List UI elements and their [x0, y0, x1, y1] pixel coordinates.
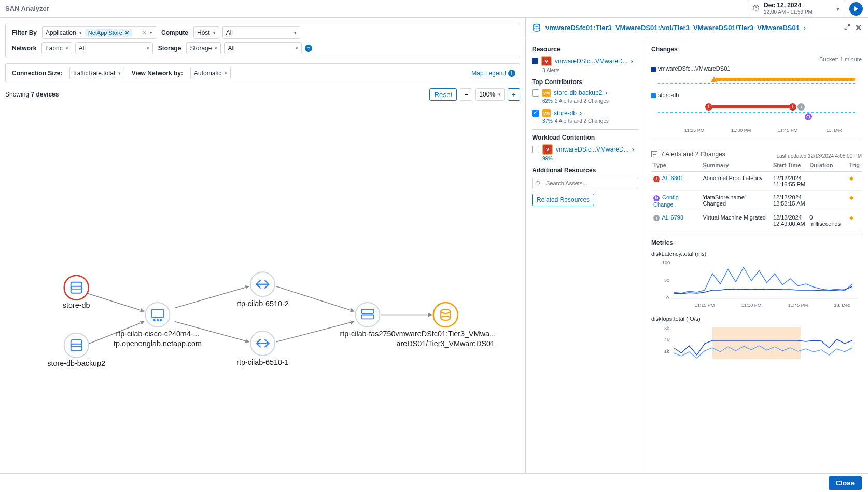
storage-type-select[interactable]: Storage▾: [186, 42, 221, 54]
date-primary: Dec 12, 2024: [764, 2, 813, 9]
volume-badge-icon: V: [542, 144, 553, 155]
play-button[interactable]: [849, 2, 863, 16]
zoom-in-button[interactable]: +: [508, 88, 520, 101]
showing-row: Showing 7 devices Reset − 100%▾ +: [5, 88, 520, 101]
page-title: SAN Analyzer: [5, 5, 49, 12]
col-trig[interactable]: Trig: [847, 159, 862, 172]
svg-point-10: [157, 320, 159, 321]
info-icon[interactable]: i: [508, 70, 515, 77]
timeline-lane-1[interactable]: [651, 73, 862, 88]
svg-text:vmwareDSfc01:Tier3_VMwa...: vmwareDSfc01:Tier3_VMwa...: [396, 330, 496, 338]
view-network-by-select[interactable]: Automatic▾: [190, 67, 231, 79]
detail-content: Changes Bucket: 1 minute vmwareDSfc...VM…: [645, 38, 868, 473]
metric-1-chart[interactable]: 100500 11:15 PM 11:30 PM 11:45 PM 13. De…: [651, 258, 862, 310]
lane2-label: store-db: [651, 92, 862, 98]
svg-text:rtp-cilab-cisco-c240m4-...: rtp-cilab-cisco-c240m4-...: [116, 330, 199, 338]
chevron-down-icon: ▾: [836, 5, 839, 12]
connection-size-select[interactable]: trafficRate.total▾: [69, 67, 124, 79]
network-value-select[interactable]: All▾: [75, 42, 153, 54]
svg-point-9: [153, 320, 155, 321]
svg-rect-34: [710, 105, 793, 108]
metric-2-chart[interactable]: 3k2k1k: [651, 323, 862, 364]
change-icon: ↻: [653, 195, 660, 201]
close-icon[interactable]: ✕: [855, 23, 862, 33]
contention-checkbox[interactable]: [532, 146, 539, 153]
database-icon: [532, 23, 541, 33]
chevron-right-icon: ›: [580, 110, 582, 117]
svg-text:11:30 PM: 11:30 PM: [741, 303, 762, 308]
changes-heading: Changes: [651, 46, 862, 53]
contention-row[interactable]: V vmwareDSfc...VMwareD... ›: [532, 144, 638, 155]
col-start[interactable]: Start Time ↓: [771, 159, 807, 172]
svg-text:1k: 1k: [664, 349, 669, 354]
map-legend-link[interactable]: Map Legend: [471, 70, 506, 77]
alerts-table: Type Summary Start Time ↓ Duration Trig …: [651, 159, 862, 230]
svg-text:11:30 PM: 11:30 PM: [731, 128, 751, 133]
chevron-right-icon: ›: [632, 146, 634, 153]
date-range-picker[interactable]: Dec 12, 2024 12:00 AM - 11:59 PM ▾: [747, 0, 845, 18]
storage-value-select[interactable]: All▾: [224, 42, 302, 54]
table-row[interactable]: i AL-6798 Virtual Machine Migrated 12/12…: [651, 211, 862, 230]
table-row[interactable]: ! AL-6801 Abnormal Prod Latency 12/12/20…: [651, 172, 862, 191]
collapse-icon[interactable]: [651, 151, 657, 157]
contributor-1-checkbox[interactable]: [532, 89, 539, 97]
help-icon[interactable]: ?: [305, 45, 312, 52]
resource-link[interactable]: vmwareDSfc...VMwareD...: [555, 58, 628, 65]
col-type[interactable]: Type: [651, 159, 701, 172]
search-icon: [536, 180, 542, 186]
metric-1-title: diskLatency.total (ms): [651, 251, 862, 257]
related-resources-button[interactable]: Related Resources: [532, 194, 594, 206]
left-pane: Filter By Application▾ NetApp Store ✕ ✕ …: [0, 18, 526, 473]
svg-text:!: !: [708, 104, 710, 110]
vm-icon: VM: [542, 109, 551, 117]
svg-text:100: 100: [662, 260, 670, 265]
topology-canvas[interactable]: store-db store-db-backup2 rtp-cilab-cisc…: [5, 104, 520, 473]
detail-title[interactable]: vmwareDSfc01:Tier3_VMwareDS01:/vol/Tier3…: [545, 24, 800, 32]
svg-text:tp.openenglab.netapp.com: tp.openenglab.netapp.com: [114, 339, 202, 348]
reset-button[interactable]: Reset: [429, 88, 457, 101]
contributor-1-link[interactable]: store-db-backup2: [554, 89, 602, 97]
date-range: 12:00 AM - 11:59 PM: [764, 9, 813, 15]
contributor-2-link[interactable]: store-db: [554, 110, 577, 117]
chevron-right-icon: ›: [631, 58, 633, 65]
svg-text:3k: 3k: [664, 326, 669, 331]
showing-text: Showing 7 devices: [5, 91, 59, 98]
contributor-row-2[interactable]: VM store-db ›: [532, 109, 638, 117]
svg-text:store-db: store-db: [63, 301, 90, 309]
col-summary[interactable]: Summary: [701, 159, 771, 172]
network-type-select[interactable]: Fabric▾: [41, 42, 72, 54]
contributor-row-1[interactable]: VM store-db-backup2 ›: [532, 89, 638, 97]
filter-application[interactable]: Application▾ NetApp Store ✕ ✕ ▾: [42, 26, 156, 39]
chevron-right-icon: ›: [605, 89, 607, 97]
expand-icon[interactable]: [844, 23, 851, 32]
node-store-db: [64, 276, 89, 300]
alert-info-icon: i: [653, 215, 660, 221]
resource-row[interactable]: V vmwareDSfc...VMwareD... ›: [532, 56, 638, 66]
chip-netapp-store[interactable]: NetApp Store ✕: [85, 29, 132, 37]
chip-remove-icon[interactable]: ✕: [124, 30, 129, 36]
svg-rect-32: [715, 78, 855, 81]
contributor-2-checkbox[interactable]: [532, 110, 539, 117]
metric-2-title: diskIops.total (IO/s): [651, 316, 862, 322]
svg-point-29: [534, 24, 540, 26]
alerts-summary[interactable]: 7 Alerts and 2 Changes: [651, 151, 725, 158]
svg-point-30: [537, 181, 540, 184]
vm-icon: VM: [542, 89, 551, 97]
svg-text:store-db-backup2: store-db-backup2: [47, 359, 105, 367]
search-assets-input[interactable]: [532, 177, 638, 189]
top-bar: SAN Analyzer Dec 12, 2024 12:00 AM - 11:…: [0, 0, 868, 18]
svg-text:50: 50: [664, 278, 669, 283]
timeline-lane-2[interactable]: ! ! i: [651, 99, 862, 123]
contention-link[interactable]: vmwareDSfc...VMwareD...: [556, 146, 629, 153]
compute-value-select[interactable]: All▾: [222, 26, 300, 39]
svg-point-17: [433, 303, 458, 327]
compute-type-select[interactable]: Host▾: [193, 26, 219, 39]
col-duration[interactable]: Duration: [807, 159, 847, 172]
clear-application-icon[interactable]: ✕: [142, 29, 147, 36]
resource-alert-count: 3 Alerts: [542, 67, 638, 73]
main-split: Filter By Application▾ NetApp Store ✕ ✕ …: [0, 18, 868, 473]
table-row[interactable]: ↻ Config Change 'dataStore.name' Changed…: [651, 191, 862, 211]
svg-text:11:15 PM: 11:15 PM: [684, 128, 705, 133]
zoom-out-button[interactable]: −: [460, 88, 472, 101]
zoom-select[interactable]: 100%▾: [475, 88, 505, 101]
